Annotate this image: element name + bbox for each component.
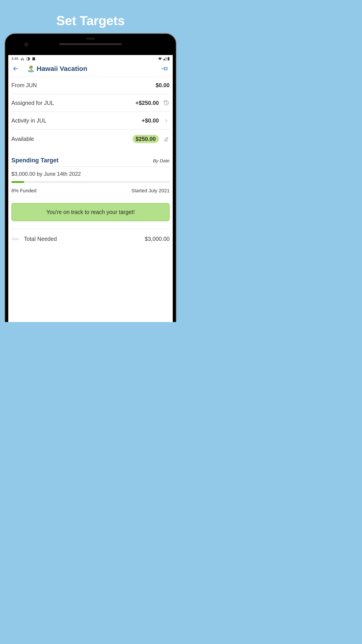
status-bar: 4:46 — [8, 55, 173, 62]
on-track-banner: You're on track to reach your target! — [11, 203, 170, 221]
island-emoji-icon: 🏝️ — [27, 65, 35, 72]
available-pill: $250.00 — [132, 135, 159, 143]
row-label: From JUN — [11, 82, 156, 88]
progress-bar — [11, 181, 170, 183]
funded-percent-text: 8% Funded — [11, 188, 37, 194]
wifi-icon — [158, 57, 162, 60]
total-needed-row: Total Needed $3,000.00 — [11, 234, 170, 244]
target-goal-text: $3,000.00 by June 14th 2022 — [11, 167, 170, 177]
app-header: 🏝️ Hawaii Vacation — [8, 62, 173, 77]
status-app-icon — [20, 57, 24, 60]
total-swatch — [11, 238, 19, 240]
signal-icon — [163, 57, 166, 60]
row-value: $0.00 — [156, 82, 170, 88]
svg-rect-1 — [168, 58, 169, 60]
summary-section: From JUN $0.00 Assigned for JUL +$250.00… — [8, 77, 173, 148]
spending-target-section: Spending Target By Date $3,000.00 by Jun… — [8, 148, 173, 221]
progress-fill — [11, 181, 24, 183]
summary-row-from: From JUN $0.00 — [11, 77, 170, 94]
phone-speaker — [59, 43, 122, 45]
total-label: Total Needed — [24, 236, 145, 242]
chevron-right-icon — [163, 117, 170, 124]
row-value: +$250.00 — [135, 100, 159, 106]
battery-icon — [167, 57, 170, 60]
phone-camera — [24, 42, 28, 47]
target-header: Spending Target By Date — [11, 157, 170, 167]
history-icon[interactable] — [163, 100, 170, 106]
total-value: $3,000.00 — [145, 236, 170, 242]
progress-meta: 8% Funded Started July 2021 — [11, 183, 170, 194]
svg-rect-2 — [168, 57, 169, 58]
row-label: Available — [11, 136, 132, 142]
summary-row-available: Available $250.00 — [11, 130, 170, 148]
divider — [11, 229, 170, 229]
started-date-text: Started July 2021 — [131, 188, 170, 194]
page-title: 🏝️ Hawaii Vacation — [27, 65, 162, 72]
status-time: 4:46 — [11, 57, 18, 61]
summary-row-assigned[interactable]: Assigned for JUL +$250.00 — [11, 94, 170, 112]
pin-button[interactable] — [161, 64, 170, 73]
edit-icon[interactable] — [163, 136, 170, 142]
row-value: +$0.00 — [142, 118, 159, 124]
summary-row-activity[interactable]: Activity in JUL +$0.00 — [11, 112, 170, 130]
status-sd-icon — [32, 57, 35, 60]
target-by-date-label: By Date — [153, 158, 170, 164]
phone-frame: 4:46 — [4, 33, 177, 322]
page-title-text: Hawaii Vacation — [37, 65, 87, 72]
target-title: Spending Target — [11, 157, 58, 164]
row-label: Assigned for JUL — [11, 100, 135, 106]
phone-notch-dot — [86, 38, 95, 40]
status-contrast-icon — [26, 57, 30, 60]
row-label: Activity in JUL — [11, 118, 142, 124]
app-screen: 4:46 — [8, 55, 173, 322]
back-button[interactable] — [13, 66, 18, 72]
totals-section: Total Needed $3,000.00 — [8, 221, 173, 244]
marketing-title: Set Targets — [0, 0, 181, 28]
